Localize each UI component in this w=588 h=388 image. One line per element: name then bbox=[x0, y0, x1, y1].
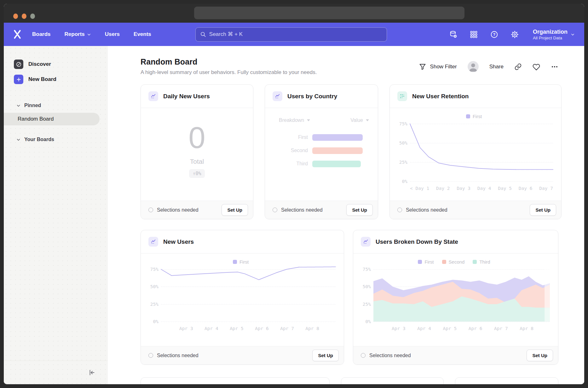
url-bar[interactable] bbox=[194, 7, 464, 19]
data-management-icon[interactable] bbox=[449, 30, 458, 39]
x-tick: Apr 6 bbox=[255, 326, 269, 331]
legend-chip bbox=[442, 260, 446, 264]
org-subtitle: All Project Data bbox=[533, 36, 568, 40]
collapse-sidebar-icon[interactable] bbox=[88, 368, 96, 377]
legend-chip bbox=[466, 114, 470, 118]
avatar[interactable] bbox=[468, 61, 479, 72]
plus-icon bbox=[14, 75, 23, 84]
bar-row-label: Second bbox=[265, 148, 312, 153]
setup-button[interactable]: Set Up bbox=[346, 204, 373, 216]
metric-value: 0 bbox=[141, 123, 253, 153]
more-options-icon[interactable] bbox=[551, 63, 558, 71]
nav-item-reports[interactable]: Reports bbox=[65, 31, 91, 37]
browser-chrome bbox=[4, 4, 584, 23]
card-body: First 75% 50% 25% 0% bbox=[141, 254, 344, 346]
browser-window: Boards Reports Users Events bbox=[4, 4, 584, 384]
sidebar: Discover New Board Pinned Random Board bbox=[4, 46, 108, 384]
card-new-users: New Users First 75% bbox=[141, 230, 344, 365]
sidebar-item-new-board[interactable]: New Board bbox=[4, 72, 108, 87]
apps-grid-icon[interactable] bbox=[470, 30, 478, 39]
card-daily-new-users: Daily New Users 0 Total ↑0% Selections n… bbox=[141, 84, 253, 219]
status-circle-icon bbox=[361, 353, 366, 358]
sidebar-section-your-boards[interactable]: Your Boards bbox=[4, 134, 108, 146]
setup-button[interactable]: Set Up bbox=[527, 350, 553, 361]
search-icon bbox=[200, 31, 206, 37]
nav-item-events[interactable]: Events bbox=[134, 31, 151, 37]
app-logo-icon[interactable] bbox=[13, 29, 22, 39]
bar-row-label: Third bbox=[265, 161, 312, 167]
card-header: Active Users bbox=[455, 378, 558, 384]
chevron-down-icon bbox=[16, 104, 20, 108]
metric-delta-badge: ↑0% bbox=[189, 169, 205, 178]
legend-item: First bbox=[233, 259, 249, 265]
zoom-window-button[interactable] bbox=[30, 14, 35, 19]
board-link-label: Random Board bbox=[18, 116, 54, 122]
line-chart-icon bbox=[361, 237, 371, 247]
minimize-window-button[interactable] bbox=[22, 14, 26, 19]
y-tick: 25% bbox=[399, 160, 407, 165]
legend-chip bbox=[233, 260, 237, 264]
x-tick: Apr 7 bbox=[280, 326, 294, 331]
setup-button[interactable]: Set Up bbox=[222, 204, 248, 216]
board-content: Random Board A high-level summary of use… bbox=[108, 46, 584, 384]
search-input[interactable] bbox=[209, 31, 382, 37]
x-tick: Apr 5 bbox=[230, 326, 244, 331]
card-new-user-retention: New User Retention First bbox=[389, 84, 562, 219]
card-header: New Users bbox=[141, 230, 344, 254]
nav-item-users[interactable]: Users bbox=[105, 31, 120, 37]
legend-item: Third bbox=[473, 259, 490, 265]
y-tick: 50% bbox=[150, 284, 159, 289]
favorite-heart-icon[interactable] bbox=[533, 63, 540, 71]
setup-button[interactable]: Set Up bbox=[312, 350, 339, 361]
legend-item: First bbox=[466, 114, 482, 119]
y-tick: 25% bbox=[363, 302, 371, 307]
bar-row: Second bbox=[265, 144, 378, 157]
dropdown-arrow-icon bbox=[366, 119, 369, 121]
page-subtitle: A high-level summary of user behaviors. … bbox=[141, 69, 317, 76]
value-dropdown-label: Value bbox=[350, 117, 363, 123]
card-users-by-country: Users by Country Breakdown Value bbox=[265, 84, 378, 219]
y-tick: 50% bbox=[399, 140, 407, 146]
sidebar-item-label: New Board bbox=[28, 76, 56, 83]
x-tick: Apr 8 bbox=[520, 326, 533, 331]
nav-item-label: Reports bbox=[65, 31, 85, 37]
setup-button[interactable]: Set Up bbox=[530, 204, 556, 216]
legend-chip bbox=[418, 260, 422, 264]
nav-menu: Boards Reports Users Events bbox=[32, 31, 151, 37]
settings-gear-icon[interactable] bbox=[510, 30, 519, 39]
card-insights-report: Insights Report bbox=[341, 377, 444, 384]
x-axis: < Day 1 Day 2 Day 3 Day 4 Day 5 Day 6 Da… bbox=[410, 186, 553, 191]
sidebar-item-discover[interactable]: Discover bbox=[4, 57, 108, 72]
y-tick: 50% bbox=[363, 284, 371, 289]
sidebar-item-random-board[interactable]: Random Board bbox=[4, 113, 100, 125]
status-circle-icon bbox=[397, 208, 402, 212]
help-icon[interactable]: ? bbox=[490, 30, 499, 39]
close-window-button[interactable] bbox=[13, 14, 18, 19]
bar-second bbox=[312, 147, 363, 154]
share-button[interactable]: Share bbox=[489, 64, 504, 70]
nav-item-label: Boards bbox=[32, 31, 51, 37]
card-footer-status: Selections needed bbox=[157, 207, 199, 213]
country-bar-list: First Second Third bbox=[265, 131, 378, 170]
show-filter-label: Show Filter bbox=[430, 64, 457, 70]
y-tick: 25% bbox=[150, 302, 159, 307]
page-title: Random Board bbox=[141, 57, 317, 66]
y-tick: 75% bbox=[150, 267, 159, 272]
nav-item-boards[interactable]: Boards bbox=[32, 31, 51, 37]
value-dropdown[interactable]: Value bbox=[350, 117, 369, 123]
breakdown-dropdown-label: Breakdown bbox=[279, 117, 304, 123]
card-active-users: Active Users bbox=[455, 377, 558, 384]
show-filter-button[interactable]: Show Filter bbox=[419, 63, 457, 71]
filter-funnel-icon bbox=[419, 63, 426, 71]
x-tick: Apr 4 bbox=[205, 326, 218, 331]
global-search[interactable] bbox=[195, 27, 387, 42]
org-switcher[interactable]: Organization All Project Data bbox=[533, 28, 575, 40]
sidebar-section-pinned[interactable]: Pinned bbox=[4, 100, 108, 111]
x-axis: Apr 3 Apr 4 Apr 5 Apr 6 Apr 7 Apr 8 bbox=[373, 326, 550, 331]
breakdown-dropdown[interactable]: Breakdown bbox=[279, 117, 310, 123]
nav-item-label: Users bbox=[105, 31, 120, 37]
card-title: New User Retention bbox=[412, 93, 469, 100]
section-label: Your Boards bbox=[24, 137, 54, 142]
copy-link-icon[interactable] bbox=[514, 63, 522, 71]
card-header: Users by Country bbox=[265, 85, 378, 108]
